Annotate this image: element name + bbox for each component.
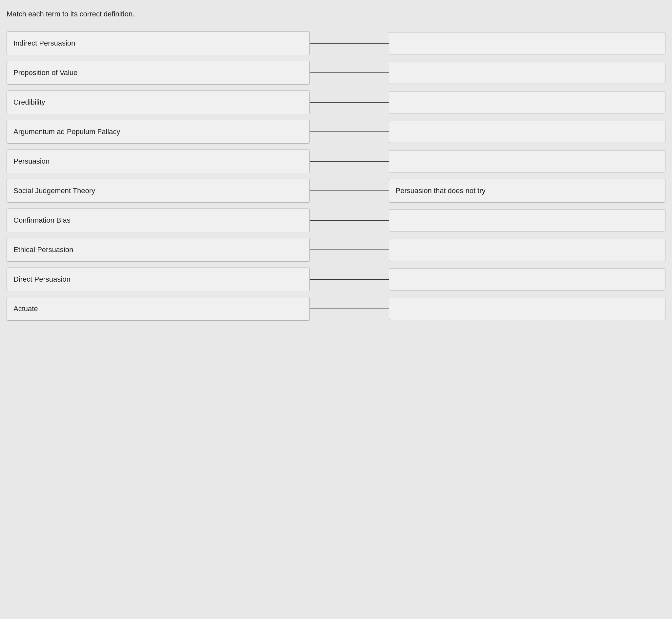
page-container: Match each term to its correct definitio… [7, 10, 665, 321]
row-argumentum: Argumentum ad Populum Fallacy [7, 120, 665, 144]
connector-row-confirmation [310, 220, 389, 221]
term-row-direct[interactable]: Direct Persuasion [7, 268, 310, 291]
definition-row-direct[interactable] [389, 268, 665, 290]
row-actuate: Actuate [7, 297, 665, 321]
definition-row-persuasion[interactable] [389, 150, 665, 173]
term-row-confirmation[interactable]: Confirmation Bias [7, 209, 310, 232]
definition-row-indirect[interactable] [389, 32, 665, 54]
connector-row-proposition [310, 72, 389, 73]
row-ethical: Ethical Persuasion [7, 238, 665, 262]
definition-row-confirmation[interactable] [389, 209, 665, 231]
definition-row-proposition[interactable] [389, 62, 665, 84]
page-title: Match each term to its correct definitio… [7, 10, 665, 18]
term-row-ethical[interactable]: Ethical Persuasion [7, 238, 310, 262]
connector-row-actuate [310, 308, 389, 309]
definition-row-ethical[interactable] [389, 239, 665, 261]
term-row-indirect[interactable]: Indirect Persuasion [7, 31, 310, 55]
row-credibility: Credibility [7, 90, 665, 114]
connector-row-direct [310, 279, 389, 280]
connector-row-indirect [310, 43, 389, 44]
row-persuasion: Persuasion [7, 149, 665, 173]
term-row-actuate[interactable]: Actuate [7, 297, 310, 321]
row-confirmation: Confirmation Bias [7, 209, 665, 232]
term-row-persuasion[interactable]: Persuasion [7, 149, 310, 173]
connector-row-argumentum [310, 132, 389, 132]
term-row-social[interactable]: Social Judgement Theory [7, 179, 310, 203]
term-row-credibility[interactable]: Credibility [7, 90, 310, 114]
row-indirect: Indirect Persuasion [7, 31, 665, 55]
connector-row-ethical [310, 250, 389, 250]
definition-row-credibility[interactable] [389, 91, 665, 114]
matching-layout: Indirect PersuasionProposition of ValueC… [7, 31, 665, 321]
row-proposition: Proposition of Value [7, 61, 665, 85]
term-row-argumentum[interactable]: Argumentum ad Populum Fallacy [7, 120, 310, 144]
definition-row-argumentum[interactable] [389, 121, 665, 143]
definition-row-actuate[interactable] [389, 298, 665, 320]
row-social: Social Judgement TheoryPersuasion that d… [7, 179, 665, 203]
row-direct: Direct Persuasion [7, 268, 665, 291]
definition-row-social[interactable]: Persuasion that does not try [389, 179, 665, 203]
connector-row-persuasion [310, 161, 389, 162]
term-row-proposition[interactable]: Proposition of Value [7, 61, 310, 85]
connector-row-credibility [310, 102, 389, 102]
connector-row-social [310, 191, 389, 191]
